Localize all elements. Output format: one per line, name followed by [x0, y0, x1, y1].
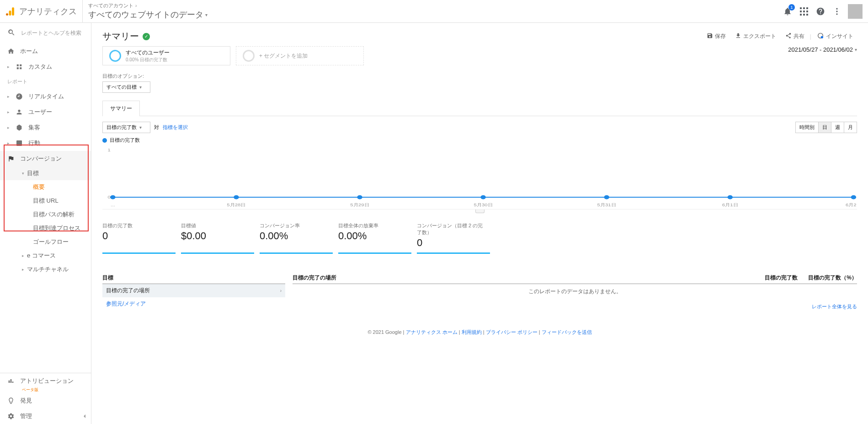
- add-segment-button[interactable]: + セグメントを追加: [236, 46, 364, 65]
- nav-acquisition[interactable]: ▸ 集客: [0, 120, 91, 135]
- table-left-row-source-medium[interactable]: 参照元/メディア: [102, 297, 285, 311]
- lightbulb-icon: [7, 397, 15, 404]
- metric-label: 目標値: [181, 222, 249, 229]
- metric-card[interactable]: 目標全体の放棄率0.00%: [338, 220, 411, 254]
- segment-circle-icon: [109, 50, 121, 62]
- chart-drag-handle[interactable]: [475, 209, 485, 213]
- nav-home[interactable]: ホーム: [0, 43, 91, 59]
- time-toggle-week[interactable]: 週: [831, 122, 844, 133]
- more-menu-button[interactable]: [831, 6, 842, 17]
- nav-goals-urls[interactable]: 目標 URL: [0, 194, 91, 208]
- nav-goals-overview[interactable]: 概要: [0, 180, 91, 194]
- dropdown-caret-icon: ▾: [139, 85, 142, 90]
- footer-link-terms[interactable]: 利用規約: [462, 329, 482, 335]
- table-left-header: 目標: [102, 274, 285, 282]
- search-placeholder: レポートとヘルプを検索: [21, 29, 81, 37]
- help-button[interactable]: [815, 6, 826, 17]
- product-name: アナリティクス: [19, 6, 77, 17]
- svg-rect-0: [12, 7, 14, 16]
- nav-conversions[interactable]: コンバージョン: [0, 151, 91, 166]
- search-icon: [7, 28, 16, 38]
- svg-rect-4: [803, 7, 805, 9]
- metric-card[interactable]: 目標の完了数0: [102, 220, 176, 254]
- download-icon: [735, 32, 741, 40]
- export-button[interactable]: エクスポート: [731, 31, 780, 42]
- svg-text:1: 1: [107, 148, 111, 152]
- metric-card[interactable]: 目標値$0.00: [181, 220, 254, 254]
- segment-all-users[interactable]: すべてのユーザー 0.00% 目標の完了数: [102, 46, 230, 65]
- primary-metric-select[interactable]: 目標の完了数 ▾: [102, 122, 150, 133]
- table-right-header-2: 目標の完了数: [752, 274, 798, 282]
- svg-point-27: [480, 195, 485, 199]
- svg-point-28: [604, 195, 609, 199]
- notifications-button[interactable]: 1: [782, 6, 793, 17]
- full-report-link[interactable]: レポート全体を見る: [812, 304, 857, 309]
- table-no-data: このレポートのデータはありません。: [293, 284, 857, 299]
- user-avatar[interactable]: [848, 4, 863, 19]
- nav-multichannel[interactable]: ▸ マルチチャネル: [0, 263, 91, 276]
- time-toggle-month[interactable]: 月: [844, 122, 857, 133]
- collapse-sidebar-button[interactable]: [81, 413, 88, 421]
- nav-custom[interactable]: ▸ カスタム: [0, 59, 91, 75]
- svg-text:6月2日: 6月2日: [846, 203, 857, 207]
- footer-link-feedback[interactable]: フィードバックを送信: [542, 329, 592, 335]
- apps-button[interactable]: [799, 6, 809, 17]
- sidebar-search[interactable]: レポートとヘルプを検索: [0, 23, 91, 43]
- attribution-icon: [7, 377, 15, 385]
- metric-card[interactable]: コンバージョン（目標 2 の完了数）0: [417, 220, 490, 254]
- time-toggle-day[interactable]: 日: [819, 122, 831, 133]
- left-sidebar: レポートとヘルプを検索 ホーム ▸ カスタム レポート ▸ リアルタイム: [0, 23, 91, 424]
- insights-button[interactable]: インサイト: [813, 30, 857, 43]
- metric-label: コンバージョン（目標 2 の完了数）: [417, 222, 485, 236]
- metric-value: 0: [417, 237, 485, 249]
- product-logo-area[interactable]: アナリティクス: [5, 0, 83, 22]
- insights-icon: [817, 32, 824, 41]
- nav-realtime[interactable]: ▸ リアルタイム: [0, 89, 91, 104]
- svg-point-29: [728, 195, 733, 199]
- segment-sublabel: 0.00% 目標の完了数: [126, 57, 170, 63]
- secondary-metric-link[interactable]: 指標を選択: [163, 124, 188, 131]
- svg-point-25: [234, 195, 239, 199]
- legend-dot-icon: [102, 138, 107, 143]
- svg-point-14: [836, 13, 837, 15]
- nav-behavior[interactable]: ▸ 行動: [0, 135, 91, 151]
- nav-ecommerce[interactable]: ▸ e コマース: [0, 249, 91, 263]
- svg-rect-6: [800, 11, 802, 12]
- svg-text:5月30日: 5月30日: [474, 203, 492, 207]
- nav-admin[interactable]: 管理: [0, 408, 91, 424]
- svg-text:5月29日: 5月29日: [350, 203, 369, 207]
- nav-goals-reverse-path[interactable]: 目標パスの解析: [0, 208, 91, 221]
- goal-option-select[interactable]: すべての目標 ▾: [102, 81, 150, 93]
- nav-attribution[interactable]: アトリビューション: [0, 373, 91, 389]
- footer-link-home[interactable]: アナリティクス ホーム: [406, 329, 458, 335]
- metric-value: 0.00%: [338, 230, 406, 242]
- table-left-row-completion-locations[interactable]: 目標の完了の場所 ›: [102, 284, 285, 297]
- chevron-right-icon: ›: [135, 3, 137, 8]
- nav-goals-flow[interactable]: ゴールフロー: [0, 235, 91, 249]
- nav-goals[interactable]: ▾ 目標: [0, 166, 91, 180]
- metric-value: 0.00%: [260, 230, 327, 242]
- nav-goals-funnel[interactable]: 目標到達プロセス: [0, 221, 91, 235]
- footer-link-privacy[interactable]: プライバシー ポリシー: [486, 329, 538, 335]
- time-toggle-hourly[interactable]: 時間別: [796, 122, 819, 133]
- metric-label: 目標の完了数: [102, 222, 170, 229]
- goals-line-chart: 01...5月28日5月29日5月30日5月31日6月1日6月2日: [102, 145, 857, 209]
- nav-audience[interactable]: ▸ ユーザー: [0, 104, 91, 120]
- flag-icon: [7, 155, 15, 162]
- svg-rect-16: [20, 64, 21, 66]
- svg-point-24: [110, 195, 115, 199]
- tab-summary[interactable]: サマリー: [102, 101, 140, 116]
- date-range-picker[interactable]: 2021/05/27 - 2021/06/02 ▾: [788, 46, 857, 53]
- nav-discover[interactable]: 発見: [0, 393, 91, 408]
- account-switcher[interactable]: すべてのアカウント › すべてのウェブサイトのデータ ▾: [83, 2, 208, 20]
- svg-point-30: [851, 195, 856, 199]
- home-icon: [7, 48, 15, 55]
- dropdown-caret-icon: ▾: [855, 47, 857, 52]
- share-button[interactable]: 共有: [782, 31, 808, 42]
- analytics-logo-icon: [5, 6, 16, 16]
- svg-point-21: [821, 36, 823, 38]
- svg-rect-9: [800, 14, 802, 16]
- save-button[interactable]: 保存: [703, 31, 730, 42]
- beta-label: ベータ版: [0, 387, 91, 393]
- metric-card[interactable]: コンバージョン率0.00%: [260, 220, 333, 254]
